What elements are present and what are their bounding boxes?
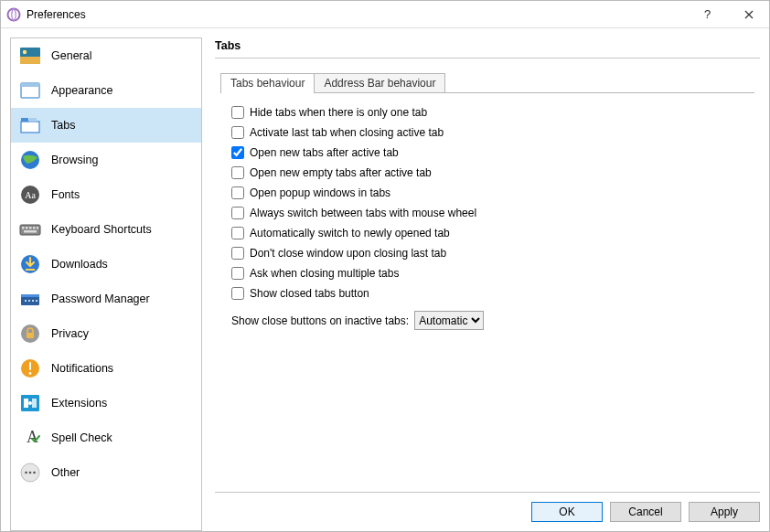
tab-tabs-behaviour[interactable]: Tabs behaviour (220, 73, 315, 93)
sidebar-item-password[interactable]: Password Manager (11, 282, 201, 316)
checkbox[interactable] (231, 227, 244, 239)
option-hide-tabs[interactable]: Hide tabs when there is only one tab (231, 102, 751, 122)
svg-rect-30 (29, 362, 31, 370)
window-title: Preferences (27, 8, 86, 21)
keyboard-icon (18, 218, 42, 241)
option-auto-switch-new[interactable]: Automatically switch to newly opened tab (231, 223, 751, 243)
option-mouse-wheel-switch[interactable]: Always switch between tabs with mouse wh… (231, 203, 751, 223)
option-show-closed-tabs[interactable]: Show closed tabs button (231, 283, 751, 303)
help-button[interactable]: ? (687, 1, 728, 28)
option-ask-close-multiple[interactable]: Ask when closing multiple tabs (231, 263, 751, 283)
svg-rect-20 (26, 269, 35, 271)
option-open-empty-after-active[interactable]: Open new empty tabs after active tab (231, 163, 751, 183)
sidebar-item-tabs[interactable]: Tabs (11, 108, 201, 143)
home-icon (18, 44, 42, 68)
sidebar-item-downloads[interactable]: Downloads (11, 247, 201, 282)
svg-point-25 (32, 300, 34, 302)
tab-address-bar-behaviour[interactable]: Address Bar behaviour (314, 73, 445, 92)
checkbox[interactable] (231, 247, 244, 260)
svg-point-3 (23, 50, 27, 54)
option-label: Activate last tab when closing active ta… (250, 126, 444, 139)
svg-rect-13 (22, 227, 25, 229)
svg-point-31 (29, 372, 32, 375)
svg-rect-8 (29, 118, 37, 122)
app-icon (6, 7, 21, 22)
svg-rect-2 (20, 57, 40, 64)
sidebar-item-privacy[interactable]: Privacy (11, 316, 201, 351)
option-label: Automatically switch to newly opened tab (250, 227, 450, 239)
window-icon (18, 79, 42, 102)
svg-rect-12 (20, 225, 40, 235)
sidebar-item-label: Password Manager (51, 293, 150, 305)
checkbox[interactable] (231, 166, 244, 179)
option-dont-close-last[interactable]: Don't close window upon closing last tab (231, 243, 751, 263)
sidebar-item-browsing[interactable]: Browsing (11, 143, 201, 177)
sidebar-item-label: Spell Check (51, 431, 112, 444)
ok-button[interactable]: OK (531, 502, 603, 522)
checkbox[interactable] (231, 287, 244, 300)
svg-point-26 (36, 300, 37, 302)
sidebar-item-other[interactable]: Other (11, 455, 201, 490)
close-window-button[interactable] (728, 1, 769, 28)
option-activate-last[interactable]: Activate last tab when closing active ta… (231, 122, 751, 143)
main-panel: Tabs Tabs behaviour Address Bar behaviou… (202, 37, 760, 531)
svg-rect-6 (21, 122, 39, 133)
svg-rect-16 (33, 227, 36, 229)
sidebar-item-general[interactable]: General (11, 38, 201, 73)
sidebar-item-label: Fonts (51, 188, 80, 201)
option-label: Open popup windows in tabs (250, 186, 390, 199)
cancel-button[interactable]: Cancel (610, 502, 681, 522)
downloads-icon (18, 252, 42, 276)
sidebar-item-notifications[interactable]: Notifications (11, 351, 201, 386)
svg-point-24 (28, 300, 30, 302)
tab-panel: Hide tabs when there is only one tab Act… (215, 93, 760, 492)
option-label: Don't close window upon closing last tab (250, 247, 446, 260)
sidebar-item-fonts[interactable]: Aa Fonts (11, 177, 201, 212)
fonts-icon: Aa (18, 183, 42, 207)
svg-rect-17 (37, 227, 38, 229)
svg-point-38 (25, 472, 27, 474)
sidebar-item-appearance[interactable]: Appearance (11, 73, 201, 108)
more-icon (18, 461, 42, 484)
option-open-after-active[interactable]: Open new tabs after active tab (231, 143, 751, 163)
checkbox[interactable] (231, 146, 244, 159)
svg-text:Aa: Aa (25, 190, 36, 200)
option-label: Always switch between tabs with mouse wh… (250, 207, 476, 219)
sidebar-item-label: Appearance (51, 84, 112, 97)
svg-point-0 (8, 8, 20, 20)
content: General Appearance Tabs Browsing Aa Font… (1, 28, 769, 531)
lock-icon (18, 322, 42, 346)
sidebar-item-label: Keyboard Shortcuts (51, 223, 152, 236)
sidebar-item-label: General (51, 49, 91, 62)
sidebar-item-label: Tabs (51, 119, 75, 132)
checkbox[interactable] (231, 267, 244, 280)
close-buttons-select[interactable]: Automatic (414, 311, 484, 330)
option-popup-in-tabs[interactable]: Open popup windows in tabs (231, 183, 751, 203)
sidebar: General Appearance Tabs Browsing Aa Font… (10, 37, 202, 531)
sidebar-item-label: Notifications (51, 362, 113, 375)
svg-rect-22 (21, 294, 39, 297)
svg-rect-5 (21, 83, 39, 87)
svg-rect-18 (24, 230, 37, 233)
tab-strip: Tabs behaviour Address Bar behaviour (220, 71, 754, 93)
svg-point-23 (25, 300, 27, 302)
sidebar-item-extensions[interactable]: Extensions (11, 386, 201, 420)
checkbox[interactable] (231, 207, 244, 219)
checkbox[interactable] (231, 186, 244, 199)
svg-text:A: A (27, 428, 38, 446)
extensions-icon (18, 391, 42, 415)
close-buttons-label: Show close buttons on inactive tabs: (231, 314, 409, 327)
titlebar: Preferences ? (1, 1, 769, 28)
checkbox[interactable] (231, 106, 244, 119)
sidebar-item-spellcheck[interactable]: A Spell Check (11, 420, 201, 455)
checkbox[interactable] (231, 126, 244, 139)
option-label: Open new empty tabs after active tab (250, 166, 432, 179)
notifications-icon (18, 356, 42, 380)
sidebar-item-label: Downloads (51, 258, 108, 271)
spellcheck-icon: A (18, 426, 42, 450)
sidebar-item-label: Extensions (51, 397, 107, 410)
svg-point-40 (33, 472, 36, 474)
apply-button[interactable]: Apply (689, 502, 760, 522)
password-icon (18, 287, 42, 311)
sidebar-item-shortcuts[interactable]: Keyboard Shortcuts (11, 212, 201, 247)
